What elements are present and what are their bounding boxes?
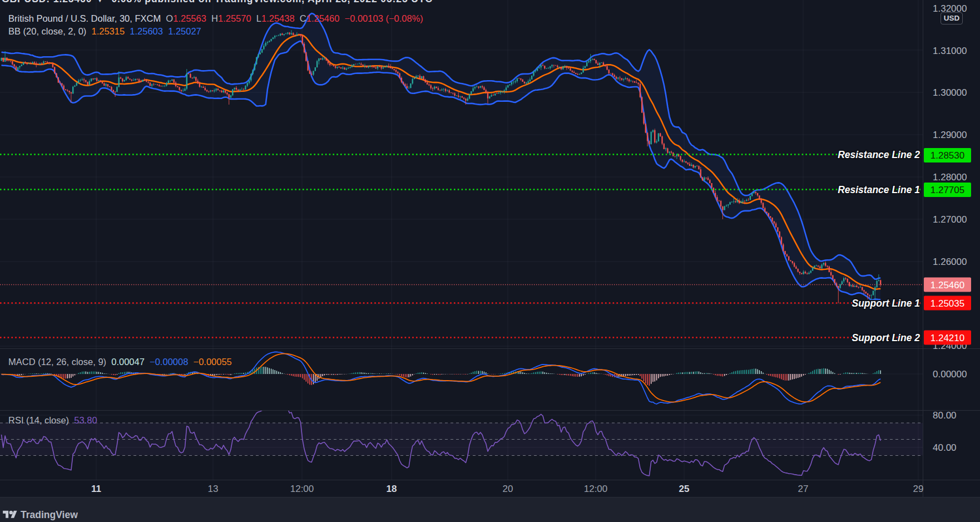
svg-text:Support Line 1: Support Line 1 <box>852 298 920 309</box>
svg-text:Support Line 2: Support Line 2 <box>852 332 920 343</box>
svg-text:11: 11 <box>91 484 101 494</box>
svg-text:Resistance Line 2: Resistance Line 2 <box>838 149 920 160</box>
svg-text:13: 13 <box>208 484 219 494</box>
svg-text:1.31000: 1.31000 <box>933 46 967 56</box>
svg-text:25: 25 <box>679 484 690 494</box>
svg-text:80.00: 80.00 <box>933 410 957 421</box>
svg-text:1.27705: 1.27705 <box>930 185 964 195</box>
svg-text:1.25460: 1.25460 <box>930 280 964 290</box>
svg-text:1.28530: 1.28530 <box>930 150 964 161</box>
svg-text:12:00: 12:00 <box>584 484 608 494</box>
svg-text:1.28000: 1.28000 <box>933 172 967 183</box>
svg-text:1.27000: 1.27000 <box>933 214 967 225</box>
svg-text:1.26000: 1.26000 <box>933 257 967 267</box>
svg-text:Resistance Line 1: Resistance Line 1 <box>838 184 920 195</box>
svg-text:1.30000: 1.30000 <box>933 87 967 98</box>
svg-text:0.00000: 0.00000 <box>933 369 967 380</box>
svg-text:40.00: 40.00 <box>933 442 957 453</box>
svg-text:18: 18 <box>387 484 397 494</box>
svg-text:1.25035: 1.25035 <box>930 298 964 309</box>
svg-text:12:00: 12:00 <box>290 484 314 494</box>
svg-text:29: 29 <box>913 484 924 494</box>
svg-text:20: 20 <box>503 484 513 494</box>
svg-text:1.24210: 1.24210 <box>930 333 964 343</box>
svg-text:1.29000: 1.29000 <box>933 130 967 140</box>
svg-text:27: 27 <box>798 484 809 494</box>
